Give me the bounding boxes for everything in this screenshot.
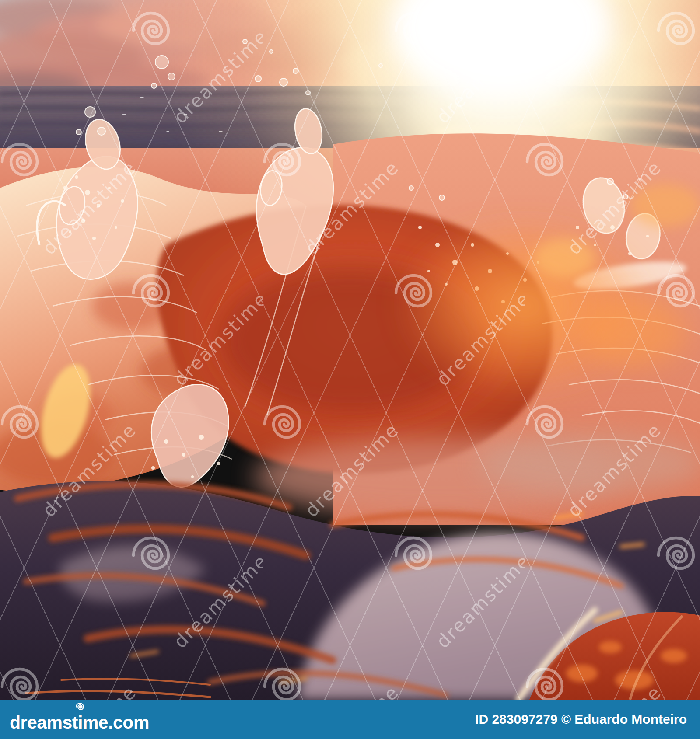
brand-logo-text: dreamstime.com	[10, 712, 149, 733]
image-credit: ID 283097279 © Eduardo Monteiro	[475, 712, 687, 727]
footer-bar: dreamstime.com ID 283097279 © Eduardo Mo…	[0, 700, 700, 739]
ocean-sunset-photo: dreamstime dreamstime	[0, 0, 700, 700]
dreamstime-spiral-icon	[75, 702, 84, 711]
stock-photo-page: dreamstime dreamstime dreamstime.com ID …	[0, 0, 700, 739]
sunset-sea-illustration	[0, 0, 700, 700]
